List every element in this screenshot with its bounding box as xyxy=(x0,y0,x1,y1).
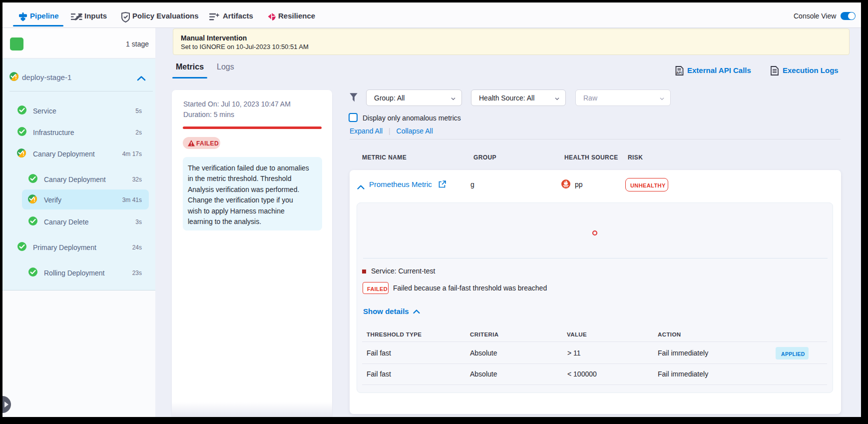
svg-text:API: API xyxy=(676,71,682,74)
